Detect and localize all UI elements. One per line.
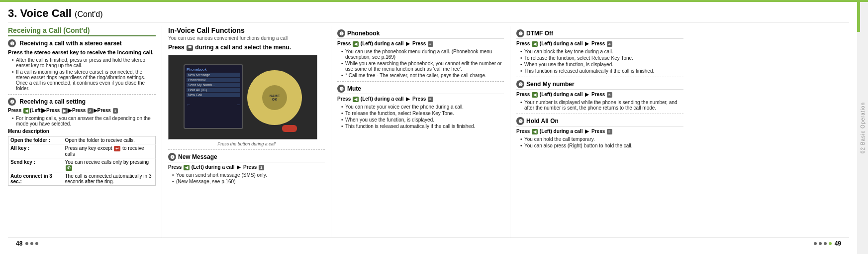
- bullet-item: Your number is displayed while the phone…: [520, 100, 683, 111]
- column-in-voice: In-Voice Call Functions You can use vari…: [162, 26, 331, 238]
- dot: [35, 242, 38, 245]
- bullet-item: * Call me free - The receiver, not the c…: [341, 73, 504, 78]
- number-5-circle: ❺: [516, 80, 524, 88]
- bullet-item: You can use the phonebook menu during a …: [341, 49, 504, 60]
- bullet-item: You can hold the call temporary.: [520, 136, 683, 142]
- bullet-item: This function is released automatically …: [341, 124, 504, 129]
- column-phonebook-mute: ❷ Phonebook Press ◀ (Left) during a call…: [331, 26, 510, 238]
- left-btn: ◀: [23, 108, 29, 114]
- col1-section2-title: ❷ Receiving a call setting: [8, 98, 156, 106]
- menu-label: All key :: [8, 144, 63, 158]
- sidebar-label: 02 Basic Operation: [860, 102, 866, 153]
- send-number-press: Press ◀ (Left) during a call ▶ Press 5: [516, 92, 683, 98]
- menu-label: Open the folder :: [8, 136, 63, 144]
- bullet-item: This function is released automatically …: [520, 68, 683, 74]
- bullet-item: You can mute your voice over the phone d…: [341, 104, 504, 110]
- dot: [25, 242, 28, 245]
- footer: 48 49: [8, 238, 849, 249]
- page-dots-right: [814, 242, 832, 245]
- dtmf-bullets: You can block the key tone during a call…: [516, 49, 683, 74]
- send-number-title: Send My number: [526, 81, 575, 88]
- screen-item: Hold All (01): [187, 88, 240, 92]
- col1-section-title: Receiving a Call (Cont'd): [8, 26, 156, 36]
- menu-desc: Open the folder to receive calls.: [63, 136, 156, 144]
- phone-screen: Phonebook New Message Phonebook Send My …: [184, 64, 243, 129]
- dot: [30, 242, 33, 245]
- bullet-item: When you use the function, is displayed.: [520, 62, 683, 67]
- menu-row: Open the folder : Open the folder to rec…: [8, 136, 156, 144]
- dtmf-title: DTMF Off: [526, 30, 553, 37]
- menu-table: Open the folder : Open the folder to rec…: [8, 136, 156, 186]
- menu-label: Send key :: [8, 158, 63, 172]
- btn3: 2: [88, 108, 93, 114]
- col1-s1-bold: Press the stereo earset key to receive t…: [8, 49, 156, 55]
- phone-keypad: NAMEOK: [247, 70, 302, 125]
- page-dots-left: [25, 242, 38, 245]
- footer-left: 48: [16, 240, 38, 247]
- bullet-item: You can block the key tone during a call…: [520, 49, 683, 54]
- screen-item: New Message: [187, 73, 240, 77]
- phonebook-header: ❷ Phonebook: [337, 29, 504, 39]
- send-number-header: ❺ Send My number: [516, 80, 683, 90]
- sidebar-green-accent: [857, 2, 860, 32]
- footer-right: 49: [814, 240, 841, 247]
- bullet-item: If a call is incoming as the stereo ears…: [12, 69, 156, 91]
- page-num-left: 48: [16, 240, 22, 247]
- menu-label: Auto connect in 3 sec.:: [8, 172, 63, 186]
- col1-s2-bullets: For incoming calls, you can answer the c…: [8, 116, 156, 127]
- col1-s2-press: Press ◀(Left)▶Press ▶▶Press 2▶Press 1: [8, 108, 156, 114]
- menu-desc: The call is connected automatically in 3…: [63, 172, 156, 186]
- bullet-item: (New Message, see p.160): [172, 179, 325, 184]
- sidebar-accent: 02 Basic Operation: [857, 2, 868, 254]
- screen-item: Send My Numb...: [187, 83, 240, 87]
- new-message-bullets: You can send short message (SMS) only. (…: [168, 172, 325, 184]
- title-cont: (Cont'd): [75, 10, 102, 18]
- end-call-btn: [282, 125, 297, 132]
- page-title: 3. Voice Call (Cont'd): [8, 7, 849, 22]
- number-1-circle: ❶: [168, 153, 176, 161]
- dtmf-header: ❹ DTMF Off: [516, 29, 683, 39]
- number-2-circle: ❷: [337, 29, 345, 37]
- new-message-title: New Message: [178, 153, 217, 160]
- number-1: ❶: [8, 39, 16, 47]
- menu-row: Send key : You can receive calls only by…: [8, 158, 156, 172]
- col1-s2-label: Receiving a call setting: [19, 98, 86, 105]
- mute-press: Press ◀ (Left) during a call ▶ Press ≡: [337, 96, 504, 102]
- keypad-center: NAMEOK: [262, 85, 287, 110]
- title-main: 3. Voice Call: [8, 7, 72, 19]
- bullet-item: For incoming calls, you can answer the c…: [12, 116, 156, 127]
- menu-row: All key : Press any key except ↩ to rece…: [8, 144, 156, 158]
- phonebook-press: Press ◀ (Left) during a call ▶ Press ≡: [337, 41, 504, 47]
- nav-left: ←: [187, 103, 191, 107]
- nav-right: →: [236, 103, 240, 107]
- column-receiving-call: Receiving a Call (Cont'd) ❶ Receiving a …: [8, 26, 162, 238]
- bullet-item: To release the function, select Release …: [520, 55, 683, 61]
- phonebook-title: Phonebook: [347, 30, 380, 37]
- keypad-label: NAMEOK: [270, 94, 280, 101]
- in-voice-subtitle: You can use various convenient functions…: [168, 35, 325, 41]
- bullet-item: You can also press (Right) button to hol…: [520, 143, 683, 148]
- dot: [829, 242, 832, 245]
- dtmf-press: Press ◀ (Left) during a call ▶ Press 4: [516, 41, 683, 47]
- bullet-item: You can send short message (SMS) only.: [172, 172, 325, 178]
- col1-section1-title: ❶ Receiving a call with a stereo earset: [8, 39, 156, 47]
- new-message-press: Press ◀ (Left) during a call ▶ Press 1: [168, 164, 325, 170]
- column-dtmf-hold: ❹ DTMF Off Press ◀ (Left) during a call …: [510, 26, 689, 238]
- in-voice-title: In-Voice Call Functions: [168, 26, 325, 34]
- phonebook-bullets: You can use the phonebook menu during a …: [337, 49, 504, 78]
- bullet-item: To release the function, select Release …: [341, 111, 504, 116]
- mute-title: Mute: [347, 85, 361, 92]
- number-2: ❷: [8, 98, 16, 106]
- menu-btn: ☰: [187, 45, 193, 51]
- dot: [824, 242, 827, 245]
- btn2: ▶: [62, 108, 68, 114]
- menu-desc-title: Menu description: [8, 128, 156, 134]
- number-4-circle: ❹: [516, 29, 524, 37]
- col1-s1-bullets: After the call is finished, press or pre…: [8, 57, 156, 91]
- press-instruction: Press ☰ during a call and select the men…: [168, 44, 325, 51]
- page-num-right: 49: [835, 240, 841, 247]
- screen-text: Phonebook New Message Phonebook Send My …: [185, 65, 242, 100]
- phone-caption: Press the button during a call: [168, 141, 325, 146]
- mute-header: ❸ Mute: [337, 85, 504, 94]
- col1-s1-label: Receiving a call with a stereo earset: [19, 40, 121, 47]
